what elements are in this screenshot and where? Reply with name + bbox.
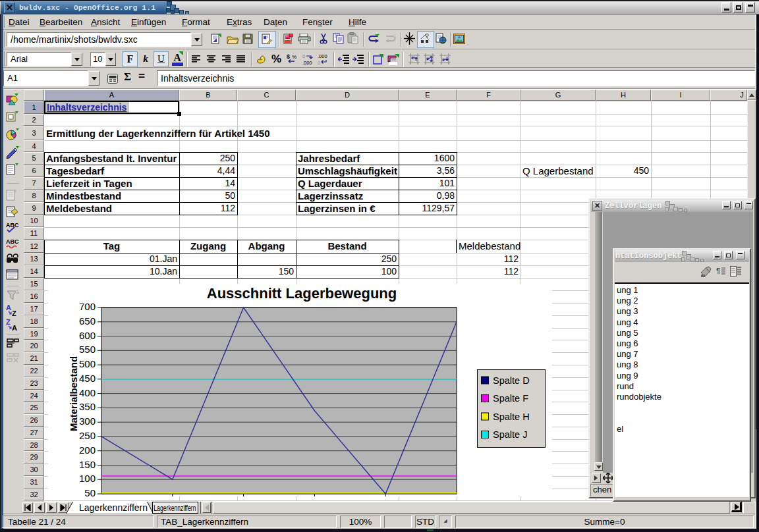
svg-text:700: 700 (79, 301, 96, 312)
svg-text:250: 250 (79, 430, 96, 441)
svg-text:Materialbestand: Materialbestand (68, 356, 79, 431)
svg-text:50: 50 (84, 487, 96, 496)
svg-text:450: 450 (79, 373, 96, 384)
svg-text:Spalte H: Spalte H (493, 412, 530, 422)
svg-text:Spalte D: Spalte D (493, 375, 530, 386)
svg-text:600: 600 (79, 330, 96, 341)
svg-text:Spalte F: Spalte F (493, 393, 528, 404)
svg-text:Ausschnitt Lagerbewegung: Ausschnitt Lagerbewegung (207, 285, 397, 302)
svg-text:150: 150 (79, 459, 96, 470)
svg-text:500: 500 (79, 358, 96, 369)
svg-text:300: 300 (79, 415, 96, 427)
svg-text:100: 100 (79, 473, 96, 484)
svg-text:650: 650 (79, 315, 96, 327)
svg-text:400: 400 (79, 387, 96, 398)
svg-text:200: 200 (79, 444, 96, 456)
svg-text:Spalte J: Spalte J (493, 429, 527, 440)
svg-text:350: 350 (79, 401, 96, 412)
svg-text:¶: ¶ (716, 267, 720, 275)
svg-text:550: 550 (79, 344, 96, 355)
